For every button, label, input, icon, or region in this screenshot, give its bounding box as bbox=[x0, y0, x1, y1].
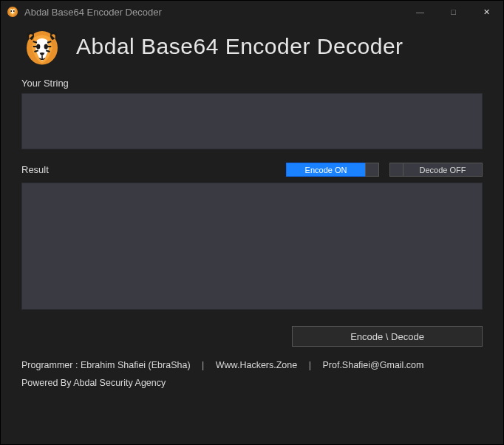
encode-toggle-label: Encode ON bbox=[286, 163, 366, 177]
website-text: Www.Hackers.Zone bbox=[216, 360, 297, 370]
tiger-logo-icon bbox=[21, 26, 63, 67]
decode-toggle-handle bbox=[389, 163, 403, 177]
decode-toggle-label: Decode OFF bbox=[403, 163, 483, 177]
window-controls: — □ ✕ bbox=[403, 1, 503, 23]
svg-point-4 bbox=[36, 44, 40, 50]
separator: | bbox=[309, 360, 311, 370]
maximize-button[interactable]: □ bbox=[437, 1, 470, 23]
separator: | bbox=[202, 360, 204, 370]
svg-point-1 bbox=[10, 10, 12, 12]
window-body: Abdal Base64 Encoder Decoder Your String… bbox=[1, 23, 503, 444]
result-label: Result bbox=[21, 164, 49, 175]
input-label: Your String bbox=[21, 78, 483, 89]
programmer-text: Programmer : Ebrahim Shafiei (EbraSha) bbox=[21, 360, 191, 370]
window-title: Abdal Base64 Encoder Decoder bbox=[24, 7, 403, 18]
titlebar[interactable]: Abdal Base64 Encoder Decoder — □ ✕ bbox=[1, 1, 503, 23]
close-button[interactable]: ✕ bbox=[470, 1, 503, 23]
result-textarea[interactable] bbox=[21, 183, 483, 310]
footer-credits: Programmer : Ebrahim Shafiei (EbraSha) |… bbox=[21, 360, 483, 370]
app-icon-small bbox=[7, 6, 18, 18]
footer-powered: Powered By Abdal Security Agency bbox=[21, 378, 483, 388]
result-toolbar: Result Encode ON Decode OFF bbox=[21, 163, 483, 177]
decode-toggle[interactable]: Decode OFF bbox=[389, 163, 483, 177]
encode-toggle-handle bbox=[365, 163, 379, 177]
encode-decode-button[interactable]: Encode \ Decode bbox=[292, 326, 483, 347]
app-window: Abdal Base64 Encoder Decoder — □ ✕ bbox=[0, 0, 504, 445]
minimize-button[interactable]: — bbox=[403, 1, 437, 23]
svg-point-5 bbox=[44, 44, 48, 50]
encode-toggle[interactable]: Encode ON bbox=[286, 163, 379, 177]
input-textarea[interactable] bbox=[21, 93, 483, 149]
action-row: Encode \ Decode bbox=[21, 326, 483, 347]
app-title: Abdal Base64 Encoder Decoder bbox=[76, 34, 403, 59]
header: Abdal Base64 Encoder Decoder bbox=[21, 26, 483, 67]
email-text: Prof.Shafiei@Gmail.com bbox=[322, 360, 423, 370]
svg-point-2 bbox=[13, 10, 15, 12]
